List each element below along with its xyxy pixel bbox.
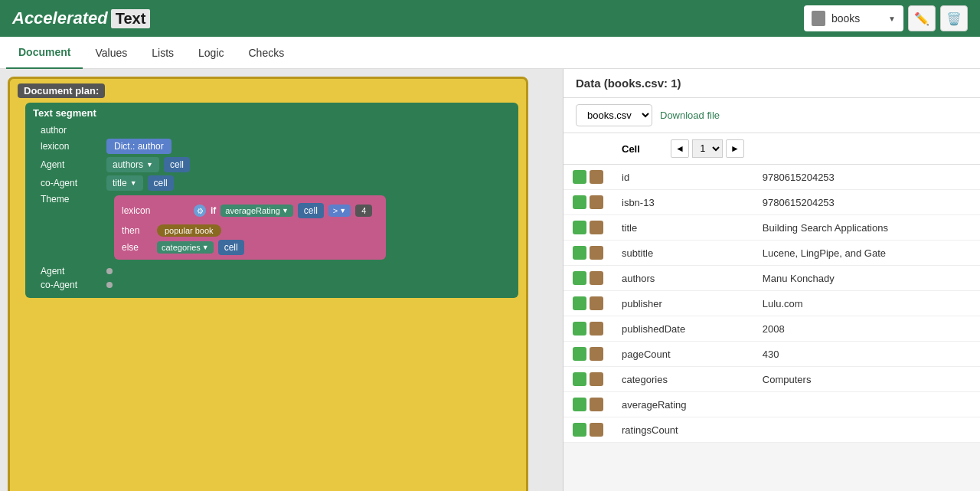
nav-item-checks[interactable]: Checks (237, 37, 297, 69)
download-file-link[interactable]: Download file (660, 110, 720, 121)
if-block: ⚙ if averageRating ▼ cell > (188, 200, 378, 221)
popular-book-pill[interactable]: popular book (157, 224, 221, 237)
table-row: authors Manu Konchady (564, 266, 980, 291)
theme-key: Theme (41, 194, 102, 205)
agent-row: Agent authors ▼ cell (41, 157, 511, 172)
author-key: author (41, 125, 102, 136)
brown-icon (590, 221, 603, 234)
average-rating-dropdown[interactable]: averageRating ▼ (220, 205, 292, 217)
dropdown-arrow-icon: ▼ (146, 161, 153, 169)
nav-item-logic[interactable]: Logic (186, 37, 236, 69)
canvas-area: Document plan: Text segment author (0, 69, 563, 491)
brown-icon (590, 271, 603, 285)
edit-button[interactable]: ✏️ (908, 5, 936, 31)
then-key: then (122, 225, 152, 236)
table-header-row: Cell ◄ 1 ► (564, 133, 980, 165)
row-icons-cell (564, 266, 612, 291)
author-row: author (41, 125, 511, 136)
value-cell: 9780615204253 (753, 165, 980, 190)
th-icons (564, 133, 612, 165)
brown-icon (590, 296, 603, 310)
green-icon (573, 170, 586, 184)
th-value (753, 133, 980, 165)
field-cell: publishedDate (612, 316, 753, 342)
nav-item-values[interactable]: Values (83, 37, 139, 69)
brown-icon (590, 322, 603, 336)
brown-icon (590, 195, 603, 209)
brown-icon (590, 372, 603, 386)
text-segment-label: Text segment (33, 107, 511, 119)
green-icon (573, 246, 586, 260)
document-plan-block: Document plan: Text segment author (8, 77, 528, 491)
chevron-down-icon: ▼ (888, 15, 896, 23)
authors-dropdown[interactable]: authors ▼ (106, 157, 159, 172)
page-select[interactable]: 1 (692, 139, 723, 158)
title-text: Text (111, 9, 151, 28)
categories-dropdown[interactable]: categories ▼ (157, 241, 214, 254)
condition-cell-pill[interactable]: cell (298, 203, 324, 218)
table-row: subtitle Lucene, LingPipe, and Gate (564, 241, 980, 266)
field-cell: id (612, 165, 753, 190)
green-icon (573, 195, 586, 209)
theme-lexicon-key: lexicon (122, 205, 183, 216)
table-row: pageCount 430 (564, 342, 980, 367)
prev-page-button[interactable]: ◄ (671, 139, 689, 158)
green-icon (573, 271, 586, 285)
nav-item-lists[interactable]: Lists (139, 37, 186, 69)
delete-button[interactable]: 🗑️ (940, 5, 968, 31)
row-icons-cell (564, 165, 612, 190)
value-cell: Computers (753, 367, 980, 392)
categories-label: categories (162, 243, 201, 252)
next-page-button[interactable]: ► (726, 139, 744, 158)
document-name: books (831, 12, 882, 25)
brown-icon (590, 347, 603, 361)
table-row: id 9780615204253 (564, 165, 980, 190)
theme-section: lexicon ⚙ if averageRating ▼ cell (114, 195, 386, 260)
dict-pill[interactable]: Dict.: author (106, 139, 172, 154)
table-row: publishedDate 2008 (564, 316, 980, 342)
authors-label: authors (113, 159, 143, 170)
doc-plan-label: Document plan: (18, 83, 105, 98)
if-keyword: if (211, 205, 216, 216)
agent-cell-pill[interactable]: cell (164, 157, 190, 172)
text-segment-block: Text segment author lexicon Dict.: autho… (25, 103, 518, 298)
field-cell: title (612, 215, 753, 241)
dropdown-arrow-icon4: ▼ (339, 207, 346, 214)
green-icon (573, 296, 586, 310)
data-controls: books.csv Download file (564, 98, 980, 133)
value-cell: 9780615204253 (753, 190, 980, 215)
main-content: Document plan: Text segment author (0, 69, 980, 491)
nav-item-document[interactable]: Document (6, 37, 83, 69)
field-cell: pageCount (612, 342, 753, 367)
field-cell: categories (612, 367, 753, 392)
co-agent-bottom-row: co-Agent (41, 280, 511, 290)
row-icons-cell (564, 367, 612, 392)
green-icon (573, 423, 586, 437)
else-cell-pill[interactable]: cell (218, 240, 244, 255)
value-cell: 430 (753, 342, 980, 367)
table-row: title Building Search Applications (564, 215, 980, 241)
lexicon-row: lexicon Dict.: author (41, 139, 511, 154)
row-icons-cell (564, 417, 612, 443)
header-center: books ▼ ✏️ 🗑️ (804, 5, 968, 31)
field-cell: subtitle (612, 241, 753, 266)
table-row: ratingsCount (564, 417, 980, 443)
row-icons-cell (564, 316, 612, 342)
else-row: else categories ▼ cell (122, 240, 378, 255)
document-selector[interactable]: books ▼ (804, 5, 903, 31)
theme-row-outer: Theme lexicon ⚙ if averageRatin (41, 194, 511, 260)
green-icon (573, 372, 586, 386)
co-agent-key: co-Agent (41, 178, 102, 188)
brown-icon (590, 170, 603, 184)
row-icons-cell (564, 291, 612, 316)
field-cell: isbn-13 (612, 190, 753, 215)
co-agent-cell-pill[interactable]: cell (148, 175, 174, 191)
title-dropdown[interactable]: title ▼ (106, 175, 143, 191)
operator-dropdown[interactable]: > ▼ (328, 205, 351, 217)
csv-file-selector[interactable]: books.csv (576, 104, 652, 126)
dropdown-arrow-icon5: ▼ (202, 244, 209, 251)
field-cell: authors (612, 266, 753, 291)
block-rows: author lexicon Dict.: author Agent (41, 125, 511, 290)
co-agent-row: co-Agent title ▼ cell (41, 175, 511, 191)
number-pill[interactable]: 4 (355, 205, 372, 217)
